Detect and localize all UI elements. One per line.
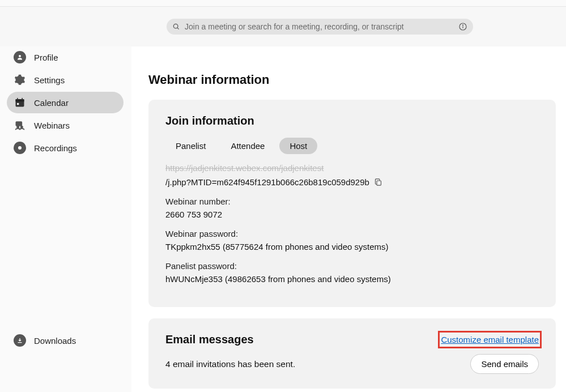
webinar-number-label: Webinar number: <box>165 195 539 208</box>
join-url-partial: https://jadjenkitest.webex.com/jadjenkit… <box>165 162 539 175</box>
join-url: /j.php?MTID=m624f945f1291b066c26b819c059… <box>165 176 369 189</box>
person-icon <box>14 51 26 63</box>
webinars-icon <box>14 119 26 131</box>
join-info-title: Join information <box>165 114 539 127</box>
webinar-number-value: 2660 753 9072 <box>165 208 539 221</box>
info-icon[interactable] <box>458 22 467 31</box>
sidebar-item-label: Profile <box>34 53 58 62</box>
sidebar-item-calendar[interactable]: Calendar <box>7 92 124 113</box>
main-content: Webinar information Join information Pan… <box>131 46 566 392</box>
webinar-password-label: Webinar password: <box>165 228 539 241</box>
sidebar-item-webinars[interactable]: Webinars <box>7 114 124 136</box>
sidebar-item-label: Settings <box>34 75 65 85</box>
window-top-strip <box>0 0 566 7</box>
email-sent-text: 4 email invitations has been sent. <box>165 359 295 369</box>
svg-line-1 <box>177 28 179 29</box>
sidebar-item-label: Recordings <box>34 143 77 153</box>
email-messages-card: Email messages Customize email template … <box>148 318 556 389</box>
join-info-body[interactable]: https://jadjenkitest.webex.com/jadjenkit… <box>165 162 539 292</box>
tab-host[interactable]: Host <box>279 138 317 154</box>
join-info-tabs: Panelist Attendee Host <box>165 138 539 154</box>
svg-rect-9 <box>22 98 23 100</box>
svg-point-4 <box>462 25 463 25</box>
email-title: Email messages <box>165 333 254 346</box>
svg-rect-8 <box>17 98 18 100</box>
join-information-card: Join information Panelist Attendee Host … <box>148 100 556 307</box>
customize-email-template-link[interactable]: Customize email template <box>441 334 539 346</box>
webinar-password-value: TKppkm2hx55 (85775624 from phones and vi… <box>165 241 539 254</box>
sidebar-item-label: Webinars <box>34 121 70 130</box>
calendar-icon <box>14 96 26 109</box>
gear-icon <box>14 74 26 86</box>
tab-attendee[interactable]: Attendee <box>220 138 275 154</box>
panelist-password-label: Panelist password: <box>165 260 539 273</box>
panelist-password-value: hWUNcMje353 (49862653 from phones and vi… <box>165 273 539 286</box>
sidebar-item-settings[interactable]: Settings <box>7 69 124 91</box>
tab-panelist[interactable]: Panelist <box>165 138 216 154</box>
header-bar <box>0 7 566 46</box>
sidebar-item-label: Downloads <box>34 336 76 346</box>
sidebar-item-label: Calendar <box>34 98 69 108</box>
record-icon <box>14 142 26 154</box>
sidebar-item-recordings[interactable]: Recordings <box>7 137 124 159</box>
send-emails-button[interactable]: Send emails <box>470 354 539 374</box>
page-title: Webinar information <box>148 73 556 87</box>
search-field-wrap[interactable] <box>167 19 473 35</box>
svg-rect-10 <box>17 103 19 105</box>
svg-rect-13 <box>377 181 381 185</box>
sidebar: Profile Settings Calendar Webinars <box>0 46 131 392</box>
sidebar-item-profile[interactable]: Profile <box>7 46 124 68</box>
copy-icon[interactable] <box>374 178 382 186</box>
svg-rect-7 <box>16 99 24 101</box>
svg-rect-11 <box>16 121 23 126</box>
download-icon <box>14 334 26 347</box>
search-icon <box>172 23 180 31</box>
svg-point-5 <box>19 55 21 57</box>
svg-point-12 <box>18 146 22 150</box>
svg-point-0 <box>173 24 178 28</box>
search-input[interactable] <box>185 22 454 31</box>
sidebar-item-downloads[interactable]: Downloads <box>7 330 124 351</box>
